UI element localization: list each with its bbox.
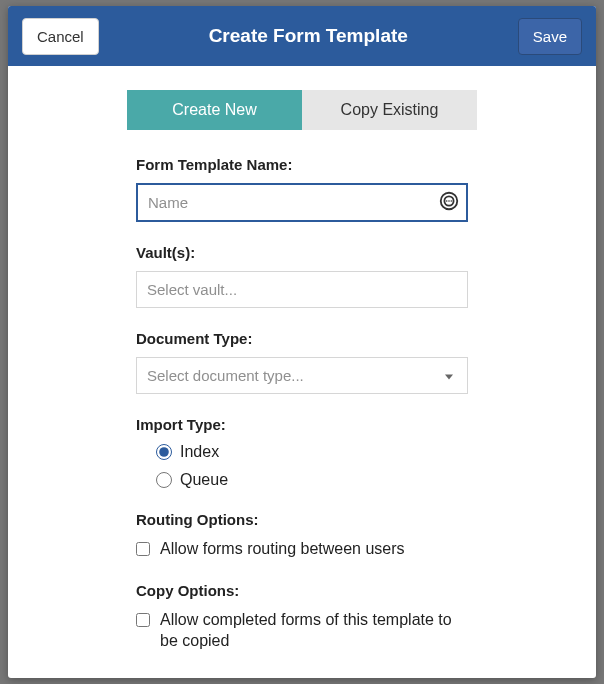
svg-point-2 xyxy=(446,200,448,202)
svg-point-3 xyxy=(448,200,450,202)
import-queue-radio[interactable] xyxy=(156,472,172,488)
copy-label: Copy Options: xyxy=(136,582,468,599)
doctype-label: Document Type: xyxy=(136,330,468,347)
create-form-template-modal: Cancel Create Form Template Save Create … xyxy=(8,6,596,678)
form-section: Form Template Name: Vault xyxy=(40,156,564,652)
field-copy: Copy Options: Allow completed forms of t… xyxy=(136,582,468,652)
speech-icon xyxy=(438,190,460,216)
field-vault: Vault(s): Select vault... xyxy=(136,244,468,308)
import-queue-label: Queue xyxy=(180,471,228,489)
routing-checkbox[interactable] xyxy=(136,542,150,556)
tab-create-new[interactable]: Create New xyxy=(127,90,302,130)
import-type-label: Import Type: xyxy=(136,416,468,433)
routing-checkbox-label: Allow forms routing between users xyxy=(160,538,468,560)
modal-header: Cancel Create Form Template Save xyxy=(8,6,596,66)
modal-title: Create Form Template xyxy=(209,25,408,47)
doctype-select[interactable]: Select document type... xyxy=(136,357,468,394)
import-index-label: Index xyxy=(180,443,219,461)
vault-label: Vault(s): xyxy=(136,244,468,261)
field-doctype: Document Type: Select document type... xyxy=(136,330,468,394)
modal-body: Create New Copy Existing Form Template N… xyxy=(8,66,596,678)
field-routing: Routing Options: Allow forms routing bet… xyxy=(136,511,468,560)
tab-bar: Create New Copy Existing xyxy=(127,90,477,130)
vault-select[interactable]: Select vault... xyxy=(136,271,468,308)
copy-checkbox-label: Allow completed forms of this template t… xyxy=(160,609,468,652)
field-import-type: Import Type: Index Queue xyxy=(136,416,468,489)
name-input[interactable] xyxy=(136,183,468,222)
import-index-radio[interactable] xyxy=(156,444,172,460)
cancel-button[interactable]: Cancel xyxy=(22,18,99,55)
field-name: Form Template Name: xyxy=(136,156,468,222)
name-label: Form Template Name: xyxy=(136,156,468,173)
tab-copy-existing[interactable]: Copy Existing xyxy=(302,90,477,130)
copy-checkbox[interactable] xyxy=(136,613,150,627)
svg-point-4 xyxy=(450,200,452,202)
routing-label: Routing Options: xyxy=(136,511,468,528)
save-button[interactable]: Save xyxy=(518,18,582,55)
